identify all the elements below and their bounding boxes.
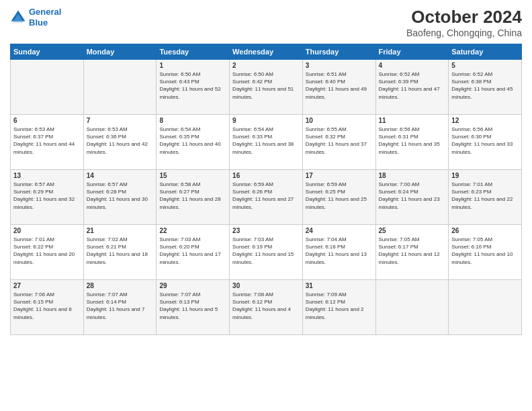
day-number: 21 (87, 227, 154, 234)
calendar-cell (83, 60, 157, 115)
day-number: 3 (306, 62, 373, 69)
calendar-cell: 19Sunrise: 7:01 AMSunset: 6:23 PMDayligh… (449, 170, 522, 225)
calendar-cell: 5Sunrise: 6:52 AMSunset: 6:38 PMDaylight… (449, 60, 522, 115)
calendar-cell: 4Sunrise: 6:52 AMSunset: 6:39 PMDaylight… (375, 60, 449, 115)
header: General Blue October 2024 Baofeng, Chong… (10, 7, 522, 38)
day-number: 22 (159, 227, 226, 234)
day-info: Sunrise: 6:50 AMSunset: 6:42 PMDaylight:… (232, 71, 300, 101)
day-info: Sunrise: 7:08 AMSunset: 6:12 PMDaylight:… (232, 291, 300, 321)
calendar-cell (11, 60, 84, 115)
day-number: 20 (13, 227, 81, 234)
calendar-cell: 15Sunrise: 6:58 AMSunset: 6:27 PMDayligh… (157, 170, 230, 225)
day-number: 19 (451, 172, 519, 179)
calendar-cell: 10Sunrise: 6:55 AMSunset: 6:32 PMDayligh… (302, 115, 375, 170)
day-number: 31 (306, 282, 373, 289)
week-row-2: 6Sunrise: 6:53 AMSunset: 6:37 PMDaylight… (11, 115, 522, 170)
day-number: 7 (87, 117, 154, 124)
title-block: October 2024 Baofeng, Chongqing, China (406, 7, 522, 38)
calendar-cell: 12Sunrise: 6:56 AMSunset: 6:30 PMDayligh… (449, 115, 522, 170)
logo-general: General (29, 7, 61, 17)
day-info: Sunrise: 6:52 AMSunset: 6:39 PMDaylight:… (379, 71, 446, 101)
day-number: 9 (232, 117, 300, 124)
header-day-thursday: Thursday (302, 44, 375, 60)
calendar-cell: 7Sunrise: 6:53 AMSunset: 6:36 PMDaylight… (83, 115, 157, 170)
day-number: 15 (159, 172, 226, 179)
day-info: Sunrise: 7:07 AMSunset: 6:13 PMDaylight:… (159, 291, 226, 321)
day-info: Sunrise: 6:58 AMSunset: 6:27 PMDaylight:… (159, 181, 226, 211)
day-number: 18 (379, 172, 446, 179)
day-info: Sunrise: 7:00 AMSunset: 6:24 PMDaylight:… (379, 181, 446, 211)
calendar-cell: 17Sunrise: 6:59 AMSunset: 6:25 PMDayligh… (302, 170, 375, 225)
calendar-cell: 20Sunrise: 7:01 AMSunset: 6:22 PMDayligh… (11, 225, 84, 280)
day-info: Sunrise: 7:09 AMSunset: 6:12 PMDaylight:… (306, 291, 373, 321)
day-info: Sunrise: 6:56 AMSunset: 6:31 PMDaylight:… (379, 126, 446, 156)
day-info: Sunrise: 6:51 AMSunset: 6:40 PMDaylight:… (306, 71, 373, 101)
calendar-cell: 24Sunrise: 7:04 AMSunset: 6:18 PMDayligh… (302, 225, 375, 280)
calendar-cell: 25Sunrise: 7:05 AMSunset: 6:17 PMDayligh… (375, 225, 449, 280)
day-info: Sunrise: 6:53 AMSunset: 6:36 PMDaylight:… (87, 126, 154, 156)
day-number: 23 (232, 227, 300, 234)
logo: General Blue (10, 7, 61, 28)
header-day-tuesday: Tuesday (157, 44, 230, 60)
day-info: Sunrise: 7:02 AMSunset: 6:21 PMDaylight:… (87, 236, 154, 266)
calendar-cell: 9Sunrise: 6:54 AMSunset: 6:33 PMDaylight… (230, 115, 303, 170)
day-number: 17 (306, 172, 373, 179)
day-info: Sunrise: 6:59 AMSunset: 6:26 PMDaylight:… (232, 181, 300, 211)
day-number: 16 (232, 172, 300, 179)
calendar-title: October 2024 (406, 7, 522, 28)
calendar-cell: 31Sunrise: 7:09 AMSunset: 6:12 PMDayligh… (302, 280, 375, 335)
calendar-cell: 3Sunrise: 6:51 AMSunset: 6:40 PMDaylight… (302, 60, 375, 115)
day-number: 24 (306, 227, 373, 234)
day-number: 1 (159, 62, 226, 69)
day-info: Sunrise: 6:59 AMSunset: 6:25 PMDaylight:… (306, 181, 373, 211)
day-number: 11 (379, 117, 446, 124)
calendar-cell: 11Sunrise: 6:56 AMSunset: 6:31 PMDayligh… (375, 115, 449, 170)
day-info: Sunrise: 7:04 AMSunset: 6:18 PMDaylight:… (306, 236, 373, 266)
header-day-monday: Monday (83, 44, 157, 60)
calendar-cell: 18Sunrise: 7:00 AMSunset: 6:24 PMDayligh… (375, 170, 449, 225)
day-info: Sunrise: 6:57 AMSunset: 6:28 PMDaylight:… (87, 181, 154, 211)
day-number: 29 (159, 282, 226, 289)
calendar-page: General Blue October 2024 Baofeng, Chong… (0, 0, 532, 411)
week-row-3: 13Sunrise: 6:57 AMSunset: 6:29 PMDayligh… (11, 170, 522, 225)
day-info: Sunrise: 6:54 AMSunset: 6:35 PMDaylight:… (159, 126, 226, 156)
calendar-cell: 13Sunrise: 6:57 AMSunset: 6:29 PMDayligh… (11, 170, 84, 225)
calendar-cell: 29Sunrise: 7:07 AMSunset: 6:13 PMDayligh… (157, 280, 230, 335)
header-row: SundayMondayTuesdayWednesdayThursdayFrid… (11, 44, 522, 60)
calendar-subtitle: Baofeng, Chongqing, China (406, 28, 522, 38)
calendar-cell (375, 280, 449, 335)
logo-icon (10, 9, 26, 26)
header-day-saturday: Saturday (449, 44, 522, 60)
week-row-5: 27Sunrise: 7:06 AMSunset: 6:15 PMDayligh… (11, 280, 522, 335)
calendar-table: SundayMondayTuesdayWednesdayThursdayFrid… (10, 44, 522, 335)
week-row-4: 20Sunrise: 7:01 AMSunset: 6:22 PMDayligh… (11, 225, 522, 280)
calendar-cell: 8Sunrise: 6:54 AMSunset: 6:35 PMDaylight… (157, 115, 230, 170)
day-number: 25 (379, 227, 446, 234)
header-day-wednesday: Wednesday (230, 44, 303, 60)
calendar-cell (449, 280, 522, 335)
day-number: 14 (87, 172, 154, 179)
day-info: Sunrise: 7:06 AMSunset: 6:15 PMDaylight:… (13, 291, 81, 321)
calendar-cell: 27Sunrise: 7:06 AMSunset: 6:15 PMDayligh… (11, 280, 84, 335)
day-number: 5 (451, 62, 519, 69)
day-number: 10 (306, 117, 373, 124)
day-info: Sunrise: 6:50 AMSunset: 6:43 PMDaylight:… (159, 71, 226, 101)
day-info: Sunrise: 6:55 AMSunset: 6:32 PMDaylight:… (306, 126, 373, 156)
day-number: 26 (451, 227, 519, 234)
day-info: Sunrise: 7:01 AMSunset: 6:22 PMDaylight:… (13, 236, 81, 266)
day-number: 28 (87, 282, 154, 289)
day-info: Sunrise: 6:57 AMSunset: 6:29 PMDaylight:… (13, 181, 81, 211)
calendar-cell: 21Sunrise: 7:02 AMSunset: 6:21 PMDayligh… (83, 225, 157, 280)
day-info: Sunrise: 6:56 AMSunset: 6:30 PMDaylight:… (451, 126, 519, 156)
day-info: Sunrise: 6:52 AMSunset: 6:38 PMDaylight:… (451, 71, 519, 101)
day-info: Sunrise: 7:01 AMSunset: 6:23 PMDaylight:… (451, 181, 519, 211)
day-info: Sunrise: 7:03 AMSunset: 6:19 PMDaylight:… (232, 236, 300, 266)
day-number: 27 (13, 282, 81, 289)
calendar-header: SundayMondayTuesdayWednesdayThursdayFrid… (11, 44, 522, 60)
calendar-cell: 16Sunrise: 6:59 AMSunset: 6:26 PMDayligh… (230, 170, 303, 225)
calendar-cell: 23Sunrise: 7:03 AMSunset: 6:19 PMDayligh… (230, 225, 303, 280)
calendar-cell: 6Sunrise: 6:53 AMSunset: 6:37 PMDaylight… (11, 115, 84, 170)
calendar-cell: 14Sunrise: 6:57 AMSunset: 6:28 PMDayligh… (83, 170, 157, 225)
calendar-cell: 28Sunrise: 7:07 AMSunset: 6:14 PMDayligh… (83, 280, 157, 335)
calendar-body: 1Sunrise: 6:50 AMSunset: 6:43 PMDaylight… (11, 60, 522, 335)
